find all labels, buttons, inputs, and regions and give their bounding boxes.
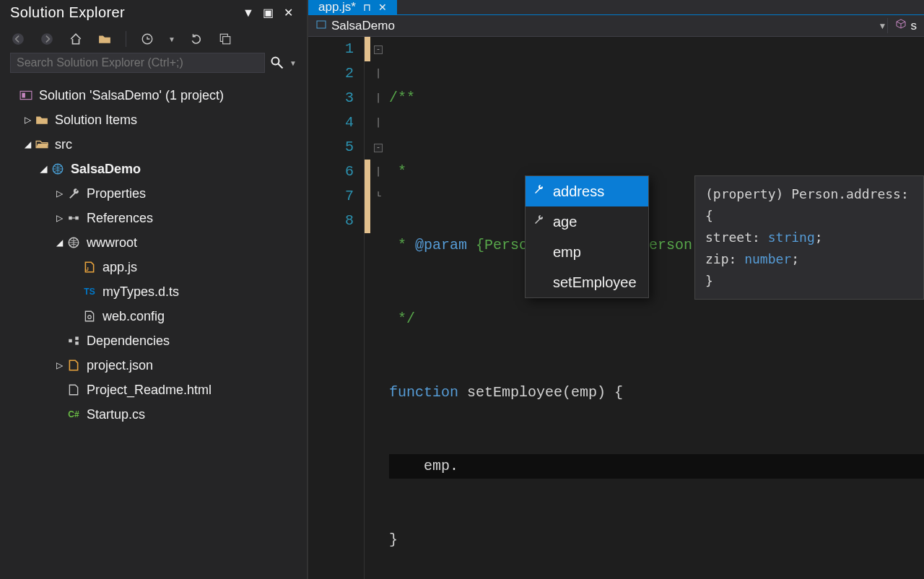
- svg-point-0: [12, 33, 24, 45]
- references-node[interactable]: ▷ References: [6, 206, 301, 230]
- node-label: Properties: [87, 186, 146, 201]
- nav-project-dropdown[interactable]: SalsaDemo: [315, 19, 873, 33]
- dependencies-icon: [65, 334, 82, 347]
- project-node[interactable]: ◢ SalsaDemo: [6, 157, 301, 181]
- svg-rect-9: [69, 217, 72, 220]
- json-file-icon: [65, 359, 82, 372]
- solution-items-node[interactable]: ▷ Solution Items: [6, 108, 301, 132]
- dropdown-caret-icon[interactable]: ▼: [168, 35, 175, 43]
- home-icon[interactable]: [68, 31, 84, 47]
- fold-icon[interactable]: -: [374, 45, 383, 54]
- expand-icon[interactable]: ▷: [53, 213, 65, 223]
- back-icon[interactable]: [10, 31, 26, 47]
- svg-rect-4: [223, 37, 230, 44]
- mytypes-node[interactable]: TS myTypes.d.ts: [6, 279, 301, 304]
- solution-icon: [17, 89, 35, 102]
- node-label: Solution Items: [55, 113, 137, 128]
- collapse-all-icon[interactable]: [217, 31, 233, 47]
- code-content[interactable]: /** * * @param {Person} emp - The person…: [386, 37, 924, 579]
- node-label: Project_Readme.html: [87, 383, 212, 398]
- intellisense-popup: address age emp setEmployee: [525, 175, 649, 298]
- readme-node[interactable]: Project_Readme.html: [6, 378, 301, 402]
- solution-node[interactable]: Solution 'SalsaDemo' (1 project): [6, 83, 301, 108]
- refresh-icon[interactable]: [188, 31, 204, 47]
- src-node[interactable]: ◢ src: [6, 132, 301, 157]
- editor-area: app.js* ⊓ ✕ SalsaDemo ▼ s 1 2 3 4 5 6 7 …: [307, 0, 924, 579]
- dependencies-node[interactable]: Dependencies: [6, 328, 301, 353]
- panel-header: Solution Explorer ▼ ▣ ✕: [0, 0, 307, 25]
- forward-icon[interactable]: [39, 31, 55, 47]
- line-number-gutter: 1 2 3 4 5 6 7 8: [308, 37, 365, 579]
- dropdown-caret-icon[interactable]: ▼: [879, 21, 887, 31]
- modification-bar: [365, 37, 370, 579]
- project-icon: [315, 19, 327, 32]
- panel-title: Solution Explorer: [10, 4, 236, 21]
- editor-pane-top[interactable]: 1 2 3 4 5 6 7 8 - │││ - │└ /** * * @para…: [308, 37, 924, 579]
- svg-rect-13: [69, 339, 72, 343]
- folder-open-icon: [33, 138, 51, 151]
- search-row: ▼: [0, 53, 307, 79]
- wwwroot-node[interactable]: ◢ wwwroot: [6, 230, 301, 255]
- nav-member-dropdown[interactable]: s: [887, 18, 918, 33]
- collapse-icon[interactable]: ◢: [38, 164, 49, 174]
- open-folder-icon[interactable]: [97, 31, 113, 47]
- startup-node[interactable]: C# Startup.cs: [6, 402, 301, 427]
- js-file-icon: [81, 261, 98, 274]
- nav-bar: SalsaDemo ▼ s: [308, 15, 924, 37]
- config-file-icon: [81, 310, 98, 323]
- svg-point-5: [272, 58, 279, 65]
- expand-icon[interactable]: ▷: [22, 115, 33, 125]
- node-label: web.config: [103, 309, 165, 324]
- svg-point-1: [41, 33, 53, 45]
- close-icon[interactable]: ✕: [378, 1, 387, 13]
- nav-project-label: SalsaDemo: [331, 19, 395, 33]
- svg-rect-15: [75, 341, 79, 345]
- svg-point-12: [88, 315, 92, 319]
- node-label: References: [87, 211, 153, 226]
- close-icon[interactable]: ✕: [281, 6, 297, 19]
- property-icon: [533, 209, 546, 234]
- node-label: Dependencies: [87, 334, 170, 349]
- property-icon: [533, 179, 546, 204]
- pin-icon[interactable]: ▣: [261, 6, 276, 19]
- intellisense-item-address[interactable]: address: [526, 176, 648, 206]
- intellisense-item-age[interactable]: age: [526, 206, 648, 237]
- cs-file-icon: C#: [65, 409, 82, 419]
- intellisense-item-setemployee[interactable]: setEmployee: [526, 267, 648, 297]
- node-label: Startup.cs: [87, 407, 145, 422]
- expand-icon[interactable]: ▷: [53, 188, 65, 199]
- intellisense-item-emp[interactable]: emp: [526, 237, 648, 267]
- toolbar: ▼: [0, 25, 307, 53]
- search-icon[interactable]: [269, 55, 285, 71]
- expand-icon[interactable]: ▷: [53, 360, 65, 370]
- signature-tooltip: (property) Person.address: { street: str…: [694, 175, 924, 300]
- appjs-node[interactable]: app.js: [6, 255, 301, 279]
- cube-icon: [895, 18, 907, 33]
- folder-icon: [33, 113, 51, 126]
- fold-gutter: - │││ - │└: [370, 37, 386, 579]
- dropdown-icon[interactable]: ▼: [240, 6, 256, 19]
- node-label: myTypes.d.ts: [103, 284, 179, 300]
- collapse-icon[interactable]: ◢: [22, 139, 33, 149]
- tab-appjs[interactable]: app.js* ⊓ ✕: [308, 0, 397, 14]
- fold-icon[interactable]: -: [374, 144, 383, 152]
- projectjson-node[interactable]: ▷ project.json: [6, 353, 301, 378]
- references-icon: [65, 212, 82, 225]
- webconfig-node[interactable]: web.config: [6, 304, 301, 328]
- svg-rect-16: [317, 21, 326, 28]
- solution-tree: Solution 'SalsaDemo' (1 project) ▷ Solut…: [0, 79, 307, 579]
- collapse-icon[interactable]: ◢: [53, 238, 65, 248]
- search-dropdown-icon[interactable]: ▼: [289, 59, 297, 67]
- ts-file-icon: TS: [81, 287, 98, 297]
- separator: [126, 31, 126, 47]
- pin-icon[interactable]: ⊓: [363, 1, 371, 13]
- search-input[interactable]: [10, 53, 265, 73]
- svg-rect-14: [75, 336, 79, 340]
- node-label: app.js: [103, 260, 137, 275]
- solution-label: Solution 'SalsaDemo' (1 project): [39, 88, 224, 103]
- properties-node[interactable]: ▷ Properties: [6, 181, 301, 206]
- globe-icon: [49, 162, 66, 175]
- history-icon[interactable]: [139, 31, 155, 47]
- tab-row: app.js* ⊓ ✕: [308, 0, 924, 15]
- svg-rect-10: [75, 217, 79, 220]
